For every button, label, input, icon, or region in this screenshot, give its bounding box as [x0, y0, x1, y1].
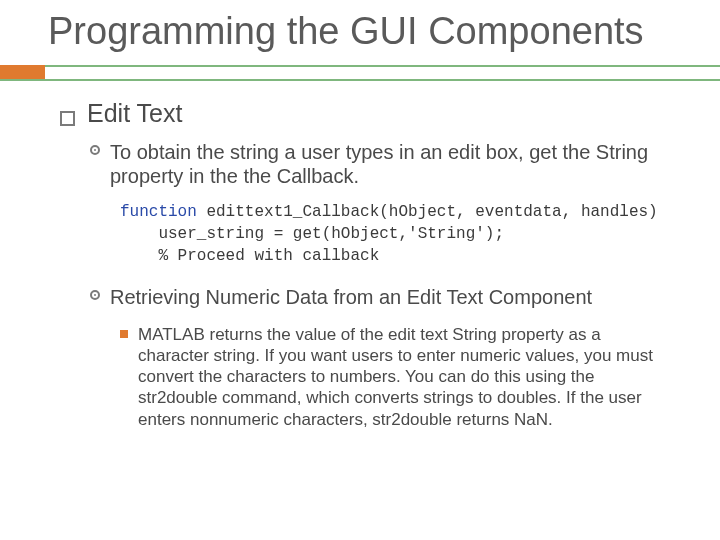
subheading: Retrieving Numeric Data from an Edit Tex…: [90, 285, 682, 309]
circle-bullet-icon: [90, 290, 100, 300]
paragraph-2-text: MATLAB returns the value of the edit tex…: [138, 324, 670, 430]
rule-top: [0, 65, 720, 67]
slide-title: Programming the GUI Components: [0, 0, 720, 59]
subheading-text: Retrieving Numeric Data from an Edit Tex…: [110, 285, 592, 309]
section-heading: Edit Text: [60, 99, 682, 128]
filled-square-bullet-icon: [120, 330, 128, 338]
section-heading-text: Edit Text: [87, 99, 182, 128]
rule-bottom: [0, 79, 720, 81]
code-line-2: user_string = get(hObject,'String');: [120, 225, 504, 243]
circle-bullet-icon: [90, 145, 100, 155]
code-signature: edittext1_Callback(hObject, eventdata, h…: [197, 203, 658, 221]
paragraph-1-text: To obtain the string a user types in an …: [110, 140, 682, 189]
paragraph-1: To obtain the string a user types in an …: [90, 140, 682, 189]
code-keyword: function: [120, 203, 197, 221]
paragraph-2: MATLAB returns the value of the edit tex…: [120, 324, 682, 430]
code-block: function edittext1_Callback(hObject, eve…: [120, 202, 682, 267]
slide: Programming the GUI Components Edit Text…: [0, 0, 720, 540]
code-line-3: % Proceed with callback: [120, 247, 379, 265]
square-bullet-icon: [60, 111, 75, 126]
title-rule: [0, 65, 720, 81]
content: Edit Text To obtain the string a user ty…: [0, 81, 720, 430]
